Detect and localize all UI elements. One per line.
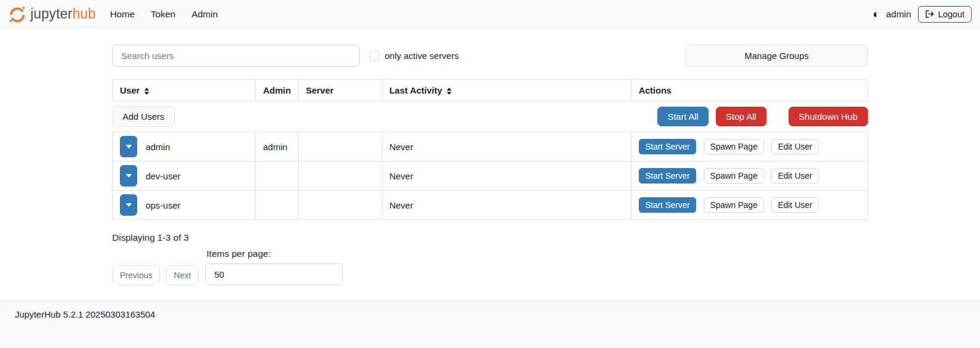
edit-user-button[interactable]: Edit User	[771, 139, 819, 154]
main-nav: Home Token Admin	[110, 9, 218, 20]
sort-icon[interactable]	[144, 88, 149, 95]
start-all-button[interactable]: Start All	[657, 107, 709, 126]
stop-all-button[interactable]: Stop All	[716, 107, 766, 126]
brand-text: jupyterhub	[30, 6, 95, 22]
current-user-label: admin	[886, 9, 911, 20]
user-name: admin	[146, 142, 170, 152]
server-cell	[298, 191, 382, 220]
admin-cell: admin	[256, 132, 299, 161]
user-dropdown-toggle[interactable]	[120, 165, 137, 187]
nav-link-admin[interactable]: Admin	[191, 9, 218, 20]
version-text: JupyterHub 5.2.1 20250303163504	[15, 309, 155, 319]
table-row: ops-user Never Start Server Spawn Page E…	[113, 191, 868, 220]
edit-user-button[interactable]: Edit User	[771, 197, 819, 213]
user-dropdown-toggle[interactable]	[120, 194, 137, 216]
admin-cell	[256, 161, 299, 191]
top-navbar: jupyterhub Home Token Admin ◐ admin Logo…	[0, 0, 980, 29]
user-name: dev-user	[146, 171, 180, 181]
column-header-user[interactable]: User	[113, 80, 256, 101]
user-header-label: User	[120, 85, 140, 95]
manage-groups-button[interactable]: Manage Groups	[685, 45, 868, 67]
items-per-page-input[interactable]	[205, 263, 343, 285]
pagination-summary: Displaying 1-3 of 3	[112, 232, 868, 243]
start-server-button[interactable]: Start Server	[639, 139, 697, 154]
column-header-server: Server	[298, 80, 382, 101]
items-per-page-label: Items per page:	[206, 248, 343, 259]
admin-cell	[256, 191, 299, 220]
search-input[interactable]	[112, 45, 360, 67]
caret-down-icon	[126, 145, 132, 148]
add-users-button[interactable]: Add Users	[113, 106, 175, 127]
previous-page-button[interactable]: Previous	[112, 265, 160, 285]
only-active-servers-checkbox[interactable]	[370, 51, 379, 61]
controls-row: only active servers Manage Groups	[112, 45, 868, 67]
version-footer: JupyterHub 5.2.1 20250303163504	[0, 301, 980, 348]
last-activity-cell: Never	[382, 132, 631, 161]
edit-user-button[interactable]: Edit User	[771, 168, 819, 184]
caret-down-icon	[126, 174, 132, 178]
column-header-actions: Actions	[631, 80, 867, 101]
server-cell	[298, 132, 382, 161]
table-row: dev-user Never Start Server Spawn Page E…	[113, 161, 868, 191]
user-dropdown-toggle[interactable]	[120, 136, 137, 157]
spawn-page-button[interactable]: Spawn Page	[704, 168, 764, 184]
user-name: ops-user	[146, 200, 180, 210]
users-table: User Admin Server Last Activity Actions …	[112, 79, 868, 220]
last-activity-cell: Never	[382, 191, 631, 220]
pagination-controls: Previous Next Items per page:	[112, 248, 868, 285]
spawn-page-button[interactable]: Spawn Page	[704, 139, 764, 154]
jupyter-logo-icon	[8, 5, 26, 23]
only-active-servers-label[interactable]: only active servers	[385, 51, 459, 61]
nav-link-home[interactable]: Home	[110, 9, 134, 20]
table-header-row: User Admin Server Last Activity Actions	[113, 80, 868, 101]
shutdown-hub-button[interactable]: Shutdown Hub	[789, 107, 867, 126]
nav-link-token[interactable]: Token	[151, 9, 175, 20]
column-header-admin: Admin	[256, 80, 299, 101]
table-row: admin admin Never Start Server Spawn Pag…	[113, 132, 868, 161]
bulk-actions-row: Add Users Start All Stop All Shutdown Hu…	[113, 101, 868, 132]
navbar-right: ◐ admin Logout	[873, 6, 972, 23]
start-server-button[interactable]: Start Server	[639, 197, 697, 213]
server-cell	[298, 161, 382, 191]
jupyterhub-logo[interactable]: jupyterhub	[8, 5, 95, 23]
theme-toggle-icon[interactable]: ◐	[873, 8, 879, 20]
logout-icon	[925, 10, 934, 18]
caret-down-icon	[126, 203, 132, 207]
admin-panel: only active servers Manage Groups User A…	[112, 45, 868, 285]
next-page-button[interactable]: Next	[166, 265, 199, 285]
last-activity-header-label: Last Activity	[389, 85, 443, 95]
column-header-last-activity[interactable]: Last Activity	[382, 80, 631, 101]
start-server-button[interactable]: Start Server	[639, 168, 697, 184]
spawn-page-button[interactable]: Spawn Page	[704, 197, 764, 213]
last-activity-cell: Never	[382, 161, 631, 191]
sort-icon[interactable]	[447, 88, 452, 95]
logout-button[interactable]: Logout	[918, 6, 972, 23]
